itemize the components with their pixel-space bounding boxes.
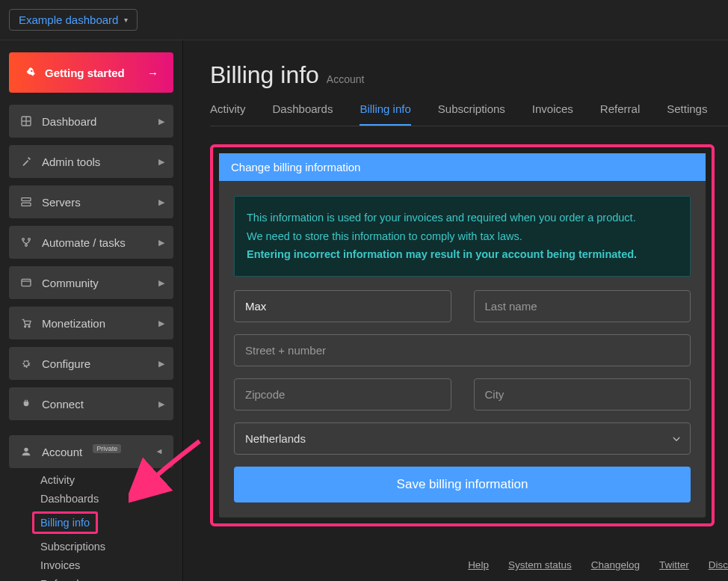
footer-twitter[interactable]: Twitter: [659, 559, 689, 571]
user-icon: [19, 445, 33, 458]
nav-label: Dashboard: [42, 115, 96, 128]
wand-icon: [19, 155, 33, 168]
city-input[interactable]: [474, 378, 691, 411]
first-name-input[interactable]: [234, 290, 451, 322]
rocket-icon: [24, 66, 37, 79]
brand-dropdown[interactable]: Example dashboard ▾: [9, 9, 138, 31]
save-button[interactable]: Save billing information: [234, 467, 691, 502]
notice-line-3: Entering incorrect information may resul…: [247, 245, 678, 264]
chevron-right-icon: ▶: [158, 319, 164, 328]
getting-started-label: Getting started: [45, 67, 125, 79]
tab-invoices[interactable]: Invoices: [532, 102, 573, 126]
zipcode-input[interactable]: [234, 378, 451, 411]
sidebar-item-monetization[interactable]: Monetization ▶: [9, 307, 173, 339]
sidebar-item-servers[interactable]: Servers ▶: [9, 185, 173, 218]
getting-started-button[interactable]: Getting started →: [9, 52, 173, 93]
tab-billing-info[interactable]: Billing info: [360, 102, 410, 126]
footer-changelog[interactable]: Changelog: [591, 559, 640, 571]
sub-item-referral[interactable]: Referral: [40, 578, 173, 581]
window-icon: [19, 276, 33, 289]
nav-label: Servers: [42, 196, 81, 209]
chevron-right-icon: ▶: [158, 399, 164, 409]
chevron-right-icon: ▶: [158, 359, 164, 369]
sidebar-item-account[interactable]: Account Private ▼: [9, 435, 173, 468]
footer-system-status[interactable]: System status: [508, 559, 572, 571]
tab-activity[interactable]: Activity: [210, 102, 246, 126]
nav-label: Automate / tasks: [42, 236, 126, 249]
nav-label: Community: [42, 277, 99, 289]
footer-links: Help System status Changelog Twitter Dis…: [468, 559, 728, 571]
sidebar-item-community[interactable]: Community ▶: [9, 266, 173, 299]
grid-icon: [19, 114, 33, 128]
page-title: Billing info: [210, 61, 319, 89]
svg-point-10: [25, 326, 26, 328]
footer-discord[interactable]: Disc: [709, 559, 728, 571]
chevron-down-icon: ▼: [156, 448, 165, 456]
svg-point-7: [25, 245, 28, 247]
server-icon: [19, 195, 33, 209]
topbar: Example dashboard ▾: [0, 0, 728, 40]
svg-rect-3: [22, 198, 31, 201]
main-content: Billing info Account Activity Dashboards…: [183, 40, 728, 581]
chevron-right-icon: ▶: [158, 197, 164, 207]
tab-subscriptions[interactable]: Subscriptions: [438, 102, 505, 126]
svg-point-11: [28, 326, 30, 328]
page-subtitle: Account: [327, 73, 365, 85]
svg-rect-8: [22, 279, 31, 286]
cart-icon: [19, 316, 33, 330]
nav-label: Admin tools: [42, 156, 100, 168]
sub-item-billing-info[interactable]: Billing info: [32, 511, 98, 534]
footer-help[interactable]: Help: [468, 559, 489, 571]
svg-point-5: [22, 239, 25, 241]
svg-rect-4: [22, 203, 31, 206]
svg-point-12: [24, 448, 28, 452]
tab-dashboards[interactable]: Dashboards: [273, 102, 333, 126]
chevron-right-icon: ▶: [158, 157, 164, 167]
private-badge: Private: [93, 444, 121, 453]
sidebar-item-dashboard[interactable]: Dashboard ▶: [9, 105, 173, 138]
billing-panel: Change billing information This informat…: [219, 153, 706, 517]
tab-settings[interactable]: Settings: [667, 102, 707, 126]
notice-line-2: We need to store this information to com…: [247, 227, 678, 246]
nav-label: Configure: [42, 357, 90, 370]
chevron-right-icon: ▶: [158, 117, 164, 126]
nav-label: Account: [42, 446, 82, 458]
notice-line-1: This information is used for your invoic…: [247, 209, 678, 227]
nav-label: Monetization: [42, 317, 105, 330]
sidebar-item-automate[interactable]: Automate / tasks ▶: [9, 226, 173, 259]
street-input[interactable]: [234, 334, 691, 366]
plug-icon: [19, 397, 33, 411]
caret-down-icon: ▾: [124, 16, 128, 24]
account-sub-items: Activity Dashboards Billing info Subscri…: [40, 474, 173, 581]
page-header: Billing info Account: [210, 61, 728, 89]
last-name-input[interactable]: [474, 290, 691, 322]
sidebar: Getting started → Dashboard ▶ Admin tool…: [0, 40, 183, 581]
tabs: Activity Dashboards Billing info Subscri…: [210, 102, 728, 126]
sub-item-invoices[interactable]: Invoices: [40, 559, 173, 571]
sidebar-item-configure[interactable]: Configure ▶: [9, 347, 173, 380]
brand-label: Example dashboard: [19, 13, 118, 26]
sub-item-subscriptions[interactable]: Subscriptions: [40, 541, 173, 553]
sidebar-item-connect[interactable]: Connect ▶: [9, 387, 173, 420]
panel-header: Change billing information: [219, 153, 706, 181]
tab-referral[interactable]: Referral: [600, 102, 640, 126]
sub-item-dashboards[interactable]: Dashboards: [40, 493, 173, 505]
annotation-highlight-frame: Change billing information This informat…: [210, 144, 715, 526]
svg-point-6: [28, 239, 31, 241]
sidebar-item-admin-tools[interactable]: Admin tools ▶: [9, 145, 173, 178]
chevron-right-icon: ▶: [158, 238, 164, 248]
arrow-right-icon: →: [147, 67, 158, 79]
branch-icon: [19, 236, 33, 249]
country-select[interactable]: Netherlands: [234, 422, 691, 455]
sub-item-activity[interactable]: Activity: [40, 474, 173, 486]
nav-label: Connect: [42, 398, 84, 411]
info-notice: This information is used for your invoic…: [234, 196, 691, 277]
chevron-right-icon: ▶: [158, 278, 164, 288]
gear-icon: [19, 357, 33, 370]
